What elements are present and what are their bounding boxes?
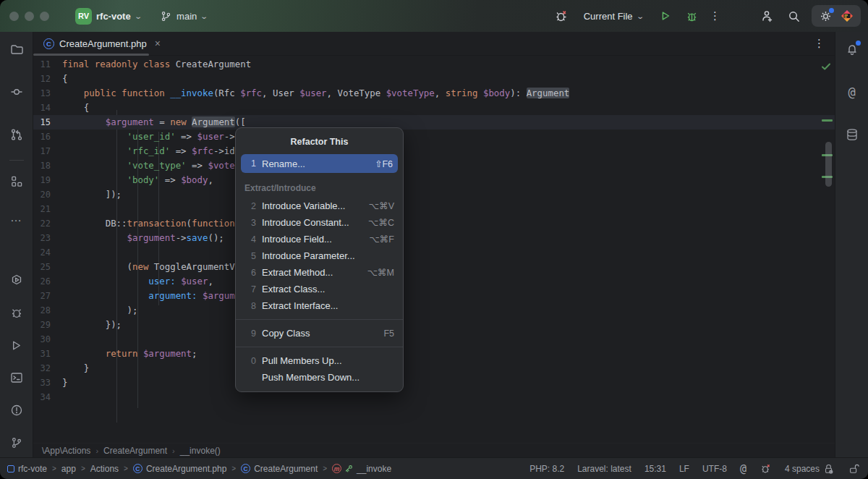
code-line-23[interactable]: 23 $argument->save(); (33, 231, 835, 245)
line-ending-widget[interactable]: LF (679, 464, 689, 474)
line-number[interactable]: 18 (33, 158, 62, 173)
terminal-tool-icon[interactable] (7, 368, 27, 388)
tab-options-kebab[interactable]: ⋮ (814, 37, 835, 50)
line-number[interactable]: 28 (33, 303, 62, 318)
line-number[interactable]: 34 (33, 390, 62, 404)
code-line-27[interactable]: 27 argument: $argument, (33, 289, 835, 303)
code-line-32[interactable]: 32 } (33, 361, 835, 376)
code-line-14[interactable]: 14 { (33, 101, 835, 115)
menu-item-push-members-down[interactable]: Push Members Down... (236, 369, 403, 386)
indent-widget[interactable]: 4 spaces (785, 463, 835, 475)
line-number[interactable]: 15 (33, 115, 62, 130)
status-file-path[interactable]: rfc-vote>app>Actions>CCreateArgument.php… (7, 464, 391, 474)
structure-tool-icon[interactable] (7, 171, 27, 191)
git-tool-icon[interactable] (7, 433, 27, 453)
code-line-24[interactable]: 24 (33, 245, 835, 260)
problems-tool-icon[interactable] (7, 400, 27, 420)
tab-createargument-php[interactable]: C CreateArgument.php × (33, 32, 168, 55)
zoom-window-button[interactable] (40, 12, 49, 21)
php-version-widget[interactable]: PHP: 8.2 (529, 464, 564, 474)
more-actions-kebab[interactable]: ⋮ (710, 9, 720, 22)
code-line-18[interactable]: 18 'vote_type' => $voteType, (33, 158, 835, 173)
pull-requests-tool-icon[interactable] (7, 124, 27, 145)
line-number[interactable]: 29 (33, 318, 62, 332)
code-line-17[interactable]: 17 'rfc_id' => $rfc->id, (33, 144, 835, 158)
run-tool-icon[interactable] (7, 335, 27, 355)
line-number[interactable]: 11 (33, 57, 62, 72)
code-line-16[interactable]: 16 'user_id' => $user->id, (33, 130, 835, 144)
code-line-15[interactable]: 15 $argument = new Argument([ (33, 115, 835, 130)
laravel-version-widget[interactable]: Laravel: latest (577, 464, 631, 474)
line-number[interactable]: 23 (33, 231, 62, 245)
laravel-idea-icon[interactable]: @ (842, 82, 862, 102)
git-branch-widget[interactable]: main ⌄ (160, 10, 208, 22)
code-line-21[interactable]: 21 (33, 202, 835, 216)
line-number[interactable]: 12 (33, 72, 62, 86)
path-item-rfc-vote[interactable]: rfc-vote (7, 464, 47, 474)
path-item--invoke[interactable]: m__invoke (332, 464, 391, 474)
menu-item-introduce-variable[interactable]: 2Introduce Variable...⌥⌘V (236, 198, 403, 214)
line-number[interactable]: 25 (33, 260, 62, 274)
code-editor[interactable]: 11final readonly class CreateArgument12{… (33, 56, 835, 443)
code-line-13[interactable]: 13 public function __invoke(Rfc $rfc, Us… (33, 86, 835, 101)
menu-item-extract-class[interactable]: 7Extract Class... (236, 281, 403, 297)
breadcrumb-class[interactable]: CreateArgument (103, 446, 167, 456)
menu-item-copy-class[interactable]: 9Copy ClassF5 (236, 325, 403, 342)
editor-scrollbar[interactable] (825, 142, 832, 187)
code-line-11[interactable]: 11final readonly class CreateArgument (33, 57, 835, 72)
more-tools-icon[interactable]: … (7, 208, 27, 228)
project-widget[interactable]: RV rfc-vote ⌄ (75, 8, 141, 25)
search-everywhere-icon[interactable] (786, 8, 801, 24)
code-line-20[interactable]: 20 ]); (33, 187, 835, 202)
code-line-28[interactable]: 28 ); (33, 303, 835, 318)
line-number[interactable]: 27 (33, 289, 62, 303)
no-process-debug-icon[interactable] (760, 462, 772, 475)
menu-item-extract-method[interactable]: 6Extract Method...⌥⌘M (236, 264, 403, 281)
breadcrumb-method[interactable]: __invoke() (180, 446, 221, 456)
debug-tool-icon[interactable] (7, 302, 27, 323)
minimize-window-button[interactable] (25, 12, 34, 21)
menu-item-introduce-parameter[interactable]: 5Introduce Parameter... (236, 247, 403, 264)
path-item-createargument[interactable]: CCreateArgument (241, 464, 318, 474)
line-number[interactable]: 16 (33, 130, 62, 144)
encoding-widget[interactable]: UTF-8 (702, 464, 727, 474)
debug-button[interactable] (684, 8, 699, 24)
code-line-12[interactable]: 12{ (33, 72, 835, 86)
vcs-change-marker[interactable] (822, 119, 833, 122)
no-process-debug-icon[interactable] (553, 8, 569, 24)
write-access-unlock-icon[interactable] (848, 463, 859, 475)
line-number[interactable]: 13 (33, 86, 62, 101)
code-line-31[interactable]: 31 return $argument; (33, 347, 835, 361)
line-number[interactable]: 33 (33, 376, 62, 390)
path-item-createargument-php[interactable]: CCreateArgument.php (133, 464, 226, 474)
notifications-bell-icon[interactable] (842, 39, 862, 59)
menu-item-introduce-constant[interactable]: 3Introduce Constant...⌥⌘C (236, 214, 403, 231)
line-number[interactable]: 20 (33, 187, 62, 202)
code-line-25[interactable]: 25 (new ToggleArgumentVote)( (33, 260, 835, 274)
menu-item-pull-members-up[interactable]: 0Pull Members Up... (236, 352, 403, 369)
commit-tool-icon[interactable] (7, 82, 27, 102)
path-item-actions[interactable]: Actions (90, 464, 119, 474)
code-line-34[interactable]: 34 (33, 390, 835, 404)
close-tab-icon[interactable]: × (155, 38, 161, 49)
breadcrumb-namespace[interactable]: \App\Actions (42, 446, 90, 456)
settings-gear-icon[interactable] (817, 8, 833, 24)
line-number[interactable]: 17 (33, 144, 62, 158)
line-number[interactable]: 26 (33, 274, 62, 289)
phpstorm-logo-icon[interactable] (839, 8, 855, 24)
line-number[interactable]: 31 (33, 347, 62, 361)
services-tool-icon[interactable] (7, 270, 27, 290)
line-number[interactable]: 22 (33, 216, 62, 231)
line-number[interactable]: 14 (33, 101, 62, 115)
line-number[interactable]: 21 (33, 202, 62, 216)
code-line-29[interactable]: 29 }); (33, 318, 835, 332)
run-button[interactable] (658, 8, 673, 24)
code-line-19[interactable]: 19 'body' => $body, (33, 173, 835, 187)
close-window-button[interactable] (9, 12, 19, 21)
code-line-22[interactable]: 22 DB::transaction(function () { (33, 216, 835, 231)
code-line-33[interactable]: 33} (33, 376, 835, 390)
line-number[interactable]: 30 (33, 332, 62, 347)
run-configuration-selector[interactable]: Current File ⌄ (584, 11, 643, 22)
database-tool-icon[interactable] (842, 124, 862, 145)
code-with-me-icon[interactable] (760, 8, 775, 24)
